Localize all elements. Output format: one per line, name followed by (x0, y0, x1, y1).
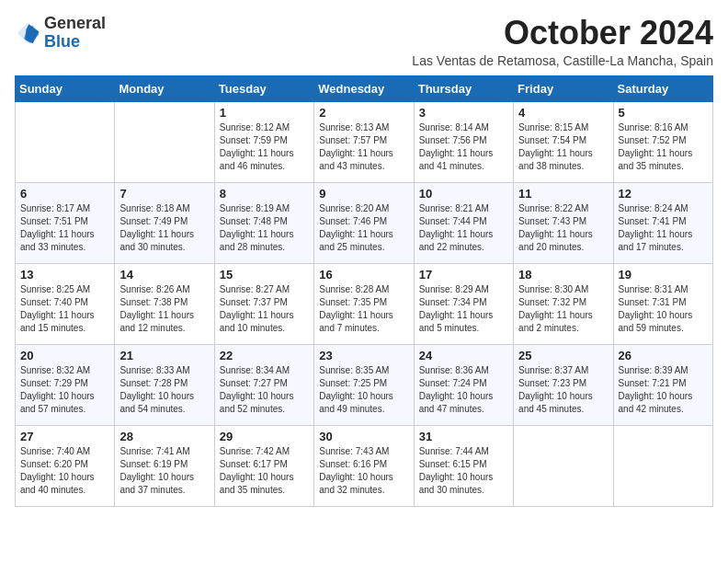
calendar-cell (115, 101, 214, 182)
day-info: Sunrise: 7:42 AM Sunset: 6:17 PM Dayligh… (220, 445, 309, 497)
day-number: 15 (220, 268, 309, 282)
day-number: 29 (220, 430, 309, 443)
day-number: 21 (119, 349, 209, 362)
calendar-cell: 2Sunrise: 8:13 AM Sunset: 7:57 PM Daylig… (314, 101, 414, 182)
day-info: Sunrise: 8:18 AM Sunset: 7:49 PM Dayligh… (119, 202, 209, 254)
calendar-cell: 19Sunrise: 8:31 AM Sunset: 7:31 PM Dayli… (613, 263, 712, 344)
day-info: Sunrise: 8:34 AM Sunset: 7:27 PM Dayligh… (220, 364, 309, 416)
weekday-header-tuesday: Tuesday (214, 75, 313, 101)
day-info: Sunrise: 8:24 AM Sunset: 7:41 PM Dayligh… (619, 202, 708, 254)
day-info: Sunrise: 7:44 AM Sunset: 6:15 PM Dayligh… (419, 445, 508, 497)
day-info: Sunrise: 8:28 AM Sunset: 7:35 PM Dayligh… (319, 283, 408, 335)
weekday-header-thursday: Thursday (414, 75, 513, 101)
logo-text: General Blue (44, 15, 106, 52)
day-number: 14 (119, 268, 209, 282)
day-number: 24 (419, 349, 508, 362)
day-info: Sunrise: 8:14 AM Sunset: 7:56 PM Dayligh… (419, 121, 508, 173)
day-number: 25 (518, 349, 608, 362)
weekday-header-friday: Friday (514, 75, 613, 101)
calendar-cell: 26Sunrise: 8:39 AM Sunset: 7:21 PM Dayli… (613, 344, 712, 425)
calendar-week-5: 27Sunrise: 7:40 AM Sunset: 6:20 PM Dayli… (16, 425, 713, 506)
day-number: 31 (419, 430, 508, 443)
day-number: 4 (518, 106, 608, 120)
location-subtitle: Las Ventas de Retamosa, Castille-La Manc… (412, 53, 713, 68)
day-number: 3 (419, 106, 508, 120)
day-info: Sunrise: 8:26 AM Sunset: 7:38 PM Dayligh… (119, 283, 209, 335)
calendar-cell: 14Sunrise: 8:26 AM Sunset: 7:38 PM Dayli… (115, 263, 214, 344)
day-number: 20 (20, 349, 109, 362)
day-info: Sunrise: 8:31 AM Sunset: 7:31 PM Dayligh… (619, 283, 708, 335)
day-number: 16 (319, 268, 408, 282)
day-info: Sunrise: 8:21 AM Sunset: 7:44 PM Dayligh… (419, 202, 508, 254)
day-info: Sunrise: 8:20 AM Sunset: 7:46 PM Dayligh… (319, 202, 408, 254)
day-info: Sunrise: 8:25 AM Sunset: 7:40 PM Dayligh… (20, 283, 109, 335)
calendar-week-1: 1Sunrise: 8:12 AM Sunset: 7:59 PM Daylig… (16, 101, 713, 182)
day-number: 13 (20, 268, 109, 282)
calendar-cell: 8Sunrise: 8:19 AM Sunset: 7:48 PM Daylig… (214, 182, 313, 263)
calendar-cell: 22Sunrise: 8:34 AM Sunset: 7:27 PM Dayli… (214, 344, 313, 425)
calendar-cell: 13Sunrise: 8:25 AM Sunset: 7:40 PM Dayli… (16, 263, 115, 344)
calendar-cell: 31Sunrise: 7:44 AM Sunset: 6:15 PM Dayli… (414, 425, 513, 506)
weekday-header-sunday: Sunday (16, 75, 115, 101)
day-info: Sunrise: 8:39 AM Sunset: 7:21 PM Dayligh… (619, 364, 708, 416)
calendar-cell: 21Sunrise: 8:33 AM Sunset: 7:28 PM Dayli… (115, 344, 214, 425)
day-info: Sunrise: 8:15 AM Sunset: 7:54 PM Dayligh… (518, 121, 608, 173)
day-info: Sunrise: 7:43 AM Sunset: 6:16 PM Dayligh… (319, 445, 408, 497)
calendar-cell: 24Sunrise: 8:36 AM Sunset: 7:24 PM Dayli… (414, 344, 513, 425)
calendar-cell (514, 425, 613, 506)
calendar-cell: 5Sunrise: 8:16 AM Sunset: 7:52 PM Daylig… (613, 101, 712, 182)
day-info: Sunrise: 8:30 AM Sunset: 7:32 PM Dayligh… (518, 283, 608, 335)
day-info: Sunrise: 7:41 AM Sunset: 6:19 PM Dayligh… (119, 445, 209, 497)
calendar-cell: 10Sunrise: 8:21 AM Sunset: 7:44 PM Dayli… (414, 182, 513, 263)
day-number: 1 (220, 106, 309, 120)
day-number: 30 (319, 430, 408, 443)
day-number: 8 (220, 187, 309, 201)
day-info: Sunrise: 8:22 AM Sunset: 7:43 PM Dayligh… (518, 202, 608, 254)
calendar-week-3: 13Sunrise: 8:25 AM Sunset: 7:40 PM Dayli… (16, 263, 713, 344)
day-number: 6 (20, 187, 109, 201)
day-info: Sunrise: 8:36 AM Sunset: 7:24 PM Dayligh… (419, 364, 508, 416)
calendar-cell: 28Sunrise: 7:41 AM Sunset: 6:19 PM Dayli… (115, 425, 214, 506)
day-info: Sunrise: 8:19 AM Sunset: 7:48 PM Dayligh… (220, 202, 309, 254)
logo-general: General (44, 14, 106, 32)
day-info: Sunrise: 8:17 AM Sunset: 7:51 PM Dayligh… (20, 202, 109, 254)
day-info: Sunrise: 8:12 AM Sunset: 7:59 PM Dayligh… (220, 121, 309, 173)
calendar-cell: 17Sunrise: 8:29 AM Sunset: 7:34 PM Dayli… (414, 263, 513, 344)
calendar-cell (16, 101, 115, 182)
calendar-cell: 25Sunrise: 8:37 AM Sunset: 7:23 PM Dayli… (514, 344, 613, 425)
calendar-cell: 27Sunrise: 7:40 AM Sunset: 6:20 PM Dayli… (16, 425, 115, 506)
weekday-header-row: SundayMondayTuesdayWednesdayThursdayFrid… (16, 75, 713, 101)
calendar-cell: 15Sunrise: 8:27 AM Sunset: 7:37 PM Dayli… (214, 263, 313, 344)
day-number: 2 (319, 106, 408, 120)
weekday-header-saturday: Saturday (613, 75, 712, 101)
day-number: 7 (119, 187, 209, 201)
title-block: October 2024 Las Ventas de Retamosa, Cas… (412, 15, 713, 68)
calendar-cell: 6Sunrise: 8:17 AM Sunset: 7:51 PM Daylig… (16, 182, 115, 263)
weekday-header-wednesday: Wednesday (314, 75, 414, 101)
calendar-cell: 16Sunrise: 8:28 AM Sunset: 7:35 PM Dayli… (314, 263, 414, 344)
day-number: 22 (220, 349, 309, 362)
day-info: Sunrise: 8:13 AM Sunset: 7:57 PM Dayligh… (319, 121, 408, 173)
day-info: Sunrise: 8:35 AM Sunset: 7:25 PM Dayligh… (319, 364, 408, 416)
calendar-cell: 23Sunrise: 8:35 AM Sunset: 7:25 PM Dayli… (314, 344, 414, 425)
calendar-cell: 18Sunrise: 8:30 AM Sunset: 7:32 PM Dayli… (514, 263, 613, 344)
day-number: 27 (20, 430, 109, 443)
calendar-cell (613, 425, 712, 506)
month-title: October 2024 (412, 15, 713, 52)
day-info: Sunrise: 8:37 AM Sunset: 7:23 PM Dayligh… (518, 364, 608, 416)
day-number: 17 (419, 268, 508, 282)
day-number: 5 (619, 106, 708, 120)
day-info: Sunrise: 8:33 AM Sunset: 7:28 PM Dayligh… (119, 364, 209, 416)
day-number: 28 (119, 430, 209, 443)
day-info: Sunrise: 8:29 AM Sunset: 7:34 PM Dayligh… (419, 283, 508, 335)
day-number: 19 (619, 268, 708, 282)
logo: General Blue (15, 15, 106, 52)
day-number: 10 (419, 187, 508, 201)
logo-blue: Blue (44, 32, 80, 51)
calendar-cell: 3Sunrise: 8:14 AM Sunset: 7:56 PM Daylig… (414, 101, 513, 182)
calendar-cell: 9Sunrise: 8:20 AM Sunset: 7:46 PM Daylig… (314, 182, 414, 263)
calendar-week-4: 20Sunrise: 8:32 AM Sunset: 7:29 PM Dayli… (16, 344, 713, 425)
calendar-cell: 11Sunrise: 8:22 AM Sunset: 7:43 PM Dayli… (514, 182, 613, 263)
day-info: Sunrise: 8:16 AM Sunset: 7:52 PM Dayligh… (619, 121, 708, 173)
day-number: 9 (319, 187, 408, 201)
